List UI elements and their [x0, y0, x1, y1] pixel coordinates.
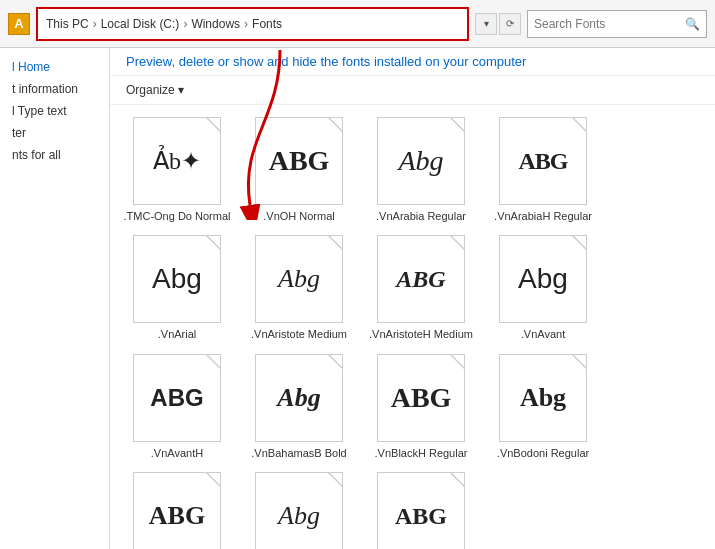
font-icon: Abg [255, 472, 343, 549]
font-name-label: .VnArial [158, 327, 197, 341]
search-input[interactable] [534, 17, 681, 31]
font-preview-text: Abg [398, 147, 443, 175]
main-content: l Home t information l Type text ter nts… [0, 48, 715, 549]
font-name-label: .VnAvant [521, 327, 565, 341]
font-preview-text: Abg [520, 385, 566, 411]
font-name-label: .VnAristote Medium [251, 327, 347, 341]
font-icon: ABG [133, 472, 221, 549]
font-preview-text: ABG [269, 147, 330, 175]
breadcrumb-sep-3: › [244, 17, 248, 31]
font-icon: Abg [377, 117, 465, 205]
font-name-label: .VnBlackH Regular [375, 446, 468, 460]
font-item[interactable]: Abg.VnBodoni Regular [484, 350, 602, 464]
font-icon: Abg [255, 354, 343, 442]
font-item[interactable]: ABG.VnArabiaH Regular [484, 113, 602, 227]
font-preview-text: ABG [150, 386, 203, 410]
description-text: Preview, delete or show and hide the fon… [126, 54, 526, 69]
font-icon: Abg [255, 235, 343, 323]
font-item[interactable]: ABG.VnAristoteH Medium [362, 231, 480, 345]
font-preview-text: Abg [152, 265, 202, 293]
font-item[interactable]: ABG.VnAvantH [118, 350, 236, 464]
font-item[interactable]: ABG.VnBodoniH Regular [118, 468, 236, 549]
font-item[interactable]: Abg.VnAvant [484, 231, 602, 345]
font-icon: Ảb✦ [133, 117, 221, 205]
font-name-label: .VnOH Normal [263, 209, 335, 223]
font-preview-text: ABG [395, 504, 447, 528]
font-preview-text: ABG [149, 503, 205, 529]
font-preview-text: ABG [391, 384, 452, 412]
font-name-label: .VnBodoni Regular [497, 446, 589, 460]
breadcrumb-part-2: Local Disk (C:) [101, 17, 180, 31]
search-box[interactable]: 🔍 [527, 10, 707, 38]
font-preview-text: ABG [518, 149, 567, 173]
font-item[interactable]: Abg.VnBook-Antiqua [240, 468, 358, 549]
organize-arrow-icon: ▾ [178, 83, 184, 97]
sidebar-item-all[interactable]: nts for all [0, 144, 109, 166]
toolbar: Organize ▾ [110, 76, 715, 105]
address-controls: ▾ ⟳ [475, 13, 521, 35]
font-item[interactable]: Abg.VnArial [118, 231, 236, 345]
font-icon: ABG [377, 354, 465, 442]
font-preview-text: Abg [277, 385, 320, 411]
font-item[interactable]: Abg.VnBahamasB Bold [240, 350, 358, 464]
font-preview-text: ABG [396, 267, 445, 291]
breadcrumb-part-3: Windows [191, 17, 240, 31]
sidebar-item-info[interactable]: t information [0, 78, 109, 100]
font-name-label: .TMC-Ong Do Normal [124, 209, 231, 223]
font-item[interactable]: Abg.VnAristote Medium [240, 231, 358, 345]
font-icon: ABG [255, 117, 343, 205]
font-preview-text: Abg [278, 503, 320, 529]
font-preview-text: Abg [278, 266, 320, 292]
font-icon: ABG [499, 117, 587, 205]
organize-label: Organize [126, 83, 175, 97]
font-grid: Ảb✦.TMC-Ong Do NormalABG.VnOH NormalAbg.… [110, 105, 715, 549]
font-icon: Abg [499, 354, 587, 442]
sidebar-item-size[interactable]: ter [0, 122, 109, 144]
font-name-label: .VnBahamasB Bold [251, 446, 346, 460]
breadcrumb-part-1: This PC [46, 17, 89, 31]
refresh-button[interactable]: ⟳ [499, 13, 521, 35]
font-item[interactable]: ABG.VnBook-Antiqu aH Regular [362, 468, 480, 549]
font-name-label: .VnAvantH [151, 446, 203, 460]
sidebar-item-preview[interactable]: l Type text [0, 100, 109, 122]
address-bar: A This PC › Local Disk (C:) › Windows › … [0, 0, 715, 48]
font-item[interactable]: ABG.VnOH Normal [240, 113, 358, 227]
font-name-label: .VnArabia Regular [376, 209, 466, 223]
sidebar: l Home t information l Type text ter nts… [0, 48, 110, 549]
font-preview-text: Ảb✦ [153, 149, 201, 173]
breadcrumb-sep-2: › [183, 17, 187, 31]
font-name-label: .VnAristoteH Medium [369, 327, 473, 341]
font-icon: Abg [133, 235, 221, 323]
organize-button[interactable]: Organize ▾ [118, 80, 192, 100]
font-item[interactable]: Abg.VnArabia Regular [362, 113, 480, 227]
font-item[interactable]: ABG.VnBlackH Regular [362, 350, 480, 464]
font-item[interactable]: Ảb✦.TMC-Ong Do Normal [118, 113, 236, 227]
font-icon: ABG [377, 235, 465, 323]
breadcrumb-sep-1: › [93, 17, 97, 31]
sidebar-item-home[interactable]: l Home [0, 56, 109, 78]
breadcrumb-part-4: Fonts [252, 17, 282, 31]
font-preview-text: Abg [518, 265, 568, 293]
content-area: Preview, delete or show and hide the fon… [110, 48, 715, 549]
search-icon: 🔍 [685, 17, 700, 31]
font-icon: Abg [499, 235, 587, 323]
font-icon: ABG [133, 354, 221, 442]
font-name-label: .VnArabiaH Regular [494, 209, 592, 223]
dropdown-button[interactable]: ▾ [475, 13, 497, 35]
file-type-icon: A [8, 13, 30, 35]
font-icon: ABG [377, 472, 465, 549]
description-bar: Preview, delete or show and hide the fon… [110, 48, 715, 76]
breadcrumb[interactable]: This PC › Local Disk (C:) › Windows › Fo… [36, 7, 469, 41]
